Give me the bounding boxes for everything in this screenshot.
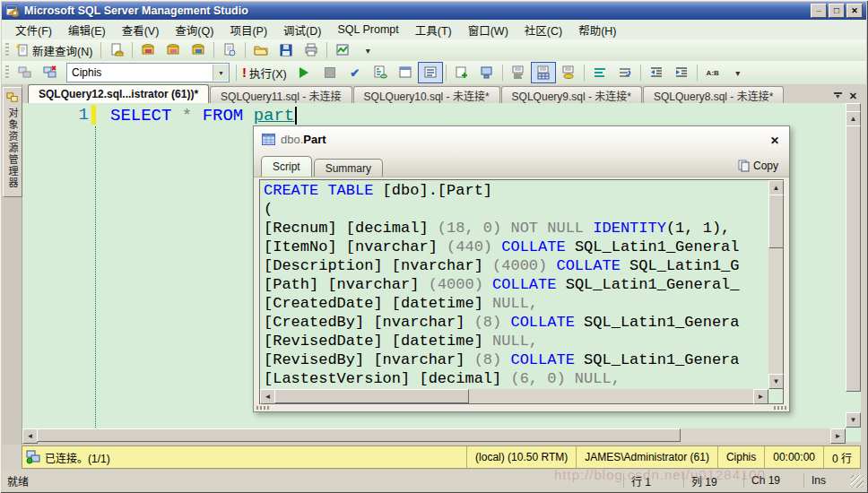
comment-button[interactable] xyxy=(587,62,612,83)
popup-resize-grip[interactable] xyxy=(256,406,269,410)
sql-token: CREATE TABLE xyxy=(264,182,373,199)
script-viewer[interactable]: CREATE TABLE [dbo].[Part]([Recnum] [deci… xyxy=(259,179,784,404)
execute-button[interactable]: 执行(X) xyxy=(239,62,292,83)
horizontal-scroll-thumb[interactable] xyxy=(274,389,469,403)
script-text: CREATE TABLE [dbo].[Part]([Recnum] [deci… xyxy=(264,181,767,387)
document-tab-1[interactable]: SQLQuery11.sql - 未连接 xyxy=(210,86,352,103)
menu-item-7[interactable]: 工具(T) xyxy=(407,19,460,41)
window-controls xyxy=(811,4,863,18)
app-icon xyxy=(5,4,20,18)
stop-button[interactable] xyxy=(317,62,343,83)
tab-list-chevron-icon[interactable] xyxy=(834,92,842,99)
query-designer-button[interactable] xyxy=(393,62,418,83)
toolbar-overflow-button[interactable] xyxy=(725,62,751,83)
mdx-query-button[interactable] xyxy=(135,39,161,61)
sql-token: SQL_Latin1_Genera xyxy=(575,351,740,368)
scroll-up-icon[interactable] xyxy=(768,180,784,195)
code-line[interactable]: SELECT * FROM part xyxy=(110,105,297,126)
popup-header: dbo.Part ScriptSummary Copy xyxy=(254,126,789,177)
available-databases-combo[interactable]: Ciphis xyxy=(66,63,230,82)
window-resize-grip[interactable] xyxy=(851,475,864,488)
scroll-down-icon[interactable] xyxy=(846,412,861,428)
sql-token: [CreatedDate] [datetime] xyxy=(264,295,492,312)
template-values-button[interactable] xyxy=(449,62,474,83)
menu-item-8[interactable]: 窗口(W) xyxy=(460,19,516,41)
menu-item-5[interactable]: 调试(D) xyxy=(275,19,329,41)
database-engine-query-button[interactable] xyxy=(104,39,129,61)
debug-button[interactable] xyxy=(292,62,317,83)
popup-tabs: ScriptSummary xyxy=(261,156,385,177)
document-tab-0[interactable]: SQLQuery12.sql...istrator (61))* xyxy=(28,84,209,103)
popup-horizontal-scrollbar[interactable] xyxy=(260,389,768,403)
popup-vertical-scrollbar[interactable] xyxy=(768,180,783,389)
menu-item-2[interactable]: 查看(V) xyxy=(114,19,168,41)
menu-item-6[interactable]: SQL Prompt xyxy=(329,21,406,39)
close-button[interactable] xyxy=(846,4,863,18)
open-file-button[interactable] xyxy=(217,39,242,61)
parse-button[interactable] xyxy=(343,62,368,83)
results-to-file-button[interactable] xyxy=(556,62,581,83)
editor-vertical-scrollbar[interactable] xyxy=(846,103,861,428)
schema-prefix: dbo. xyxy=(281,133,303,146)
scroll-right-icon[interactable] xyxy=(753,389,768,404)
line-number: 1 xyxy=(22,105,89,125)
scroll-right-icon[interactable] xyxy=(830,428,846,444)
query-status-bar: 已连接。(1/1) (local) (10.50 RTM) JAMES\Admi… xyxy=(22,445,861,469)
increase-indent-button[interactable] xyxy=(669,62,694,83)
sql-token xyxy=(243,106,253,125)
combo-dropdown-icon[interactable] xyxy=(213,65,229,81)
object-explorer-tab[interactable]: 对象资源管理器 xyxy=(3,87,22,197)
copy-button[interactable]: Copy xyxy=(738,160,778,172)
popup-tab-script[interactable]: Script xyxy=(261,156,312,177)
results-file-icon xyxy=(561,65,576,80)
menu-item-4[interactable]: 项目(P) xyxy=(221,19,275,41)
document-tab-3[interactable]: SQLQuery9.sql - 未连接* xyxy=(501,86,642,103)
connect-button[interactable] xyxy=(13,62,38,83)
menu-item-10[interactable]: 帮助(H) xyxy=(570,19,624,41)
client-statistics-button[interactable] xyxy=(474,62,499,83)
print-button[interactable] xyxy=(299,39,324,61)
results-to-grid-button[interactable] xyxy=(531,62,556,83)
results-to-text-button[interactable] xyxy=(506,62,531,83)
menu-item-9[interactable]: 社区(C) xyxy=(516,19,570,41)
toolbar-separator xyxy=(245,42,246,58)
sql-prompt-format-button[interactable] xyxy=(700,62,725,83)
change-connection-button[interactable] xyxy=(38,62,63,83)
menu-item-3[interactable]: 查询(Q) xyxy=(167,19,221,41)
scroll-left-icon[interactable] xyxy=(260,389,275,404)
horizontal-scroll-thumb[interactable] xyxy=(37,428,681,442)
popup-resize-grip[interactable] xyxy=(774,406,786,410)
scroll-up-icon[interactable] xyxy=(846,111,861,126)
estimated-plan-button[interactable] xyxy=(368,62,393,83)
menu-item-0[interactable]: 文件(F) xyxy=(7,19,60,41)
popup-tab-summary[interactable]: Summary xyxy=(314,159,383,177)
save-button[interactable] xyxy=(273,39,299,61)
vertical-scroll-thumb[interactable] xyxy=(846,125,861,392)
scroll-down-icon[interactable] xyxy=(768,374,784,389)
open-folder-button[interactable] xyxy=(248,39,273,61)
xmla-query-button[interactable] xyxy=(186,39,211,61)
popup-close-icon[interactable] xyxy=(770,132,779,148)
decrease-indent-button[interactable] xyxy=(644,62,669,83)
open-folder-icon xyxy=(254,43,268,57)
scroll-left-icon[interactable] xyxy=(22,428,38,444)
document-tab-2[interactable]: SQLQuery10.sql - 未连接* xyxy=(353,86,500,103)
toolbar-overflow-button[interactable] xyxy=(355,39,380,61)
minimize-button[interactable] xyxy=(811,4,827,18)
new-query-icon xyxy=(15,43,30,57)
toolbar-grip[interactable] xyxy=(5,65,9,80)
document-tab-4[interactable]: SQLQuery8.sql - 未连接* xyxy=(643,86,784,103)
actual-plan-button[interactable] xyxy=(418,62,443,83)
activity-monitor-button[interactable] xyxy=(330,39,355,61)
new-query-button[interactable]: 新建查询(N) xyxy=(13,39,98,61)
vertical-scroll-thumb[interactable] xyxy=(768,195,784,248)
dmx-query-button[interactable] xyxy=(161,39,186,61)
editor-horizontal-scrollbar[interactable] xyxy=(22,428,846,442)
uncomment-button[interactable] xyxy=(612,62,638,83)
uncomment-lines-icon xyxy=(618,65,632,80)
sql-token: [Recnum] [decimal] xyxy=(264,220,438,237)
toolbar-grip[interactable] xyxy=(5,43,9,57)
maximize-button[interactable] xyxy=(829,4,845,18)
menu-item-1[interactable]: 编辑(E) xyxy=(60,19,114,41)
close-document-icon[interactable] xyxy=(849,87,857,103)
